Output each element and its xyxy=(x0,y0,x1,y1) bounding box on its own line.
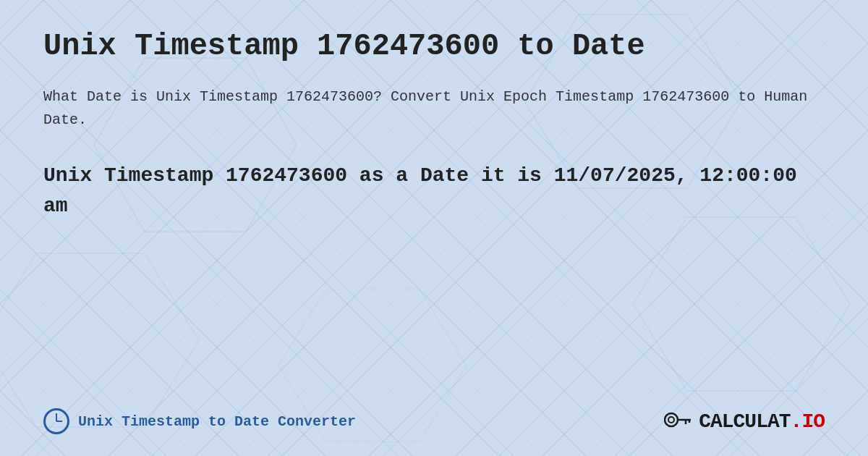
logo-calc: CALCULAT xyxy=(699,410,790,433)
page-title: Unix Timestamp 1762473600 to Date xyxy=(43,29,825,64)
svg-point-16 xyxy=(665,413,678,426)
logo-dot-io: .IO xyxy=(791,410,825,433)
clock-icon xyxy=(43,408,69,434)
result-text: Unix Timestamp 1762473600 as a Date it i… xyxy=(43,161,825,221)
svg-point-17 xyxy=(668,417,674,423)
footer: Unix Timestamp to Date Converter CALCULA… xyxy=(43,408,825,434)
logo-text: CALCULAT.IO xyxy=(699,410,825,433)
calculatio-logo: CALCULAT.IO xyxy=(664,409,825,434)
page-description: What Date is Unix Timestamp 1762473600? … xyxy=(43,85,825,132)
result-section: Unix Timestamp 1762473600 as a Date it i… xyxy=(43,161,825,221)
key-icon xyxy=(664,409,692,434)
clock-hour-hand xyxy=(56,421,62,422)
footer-converter-label: Unix Timestamp to Date Converter xyxy=(43,408,356,434)
converter-label-text: Unix Timestamp to Date Converter xyxy=(78,413,356,430)
